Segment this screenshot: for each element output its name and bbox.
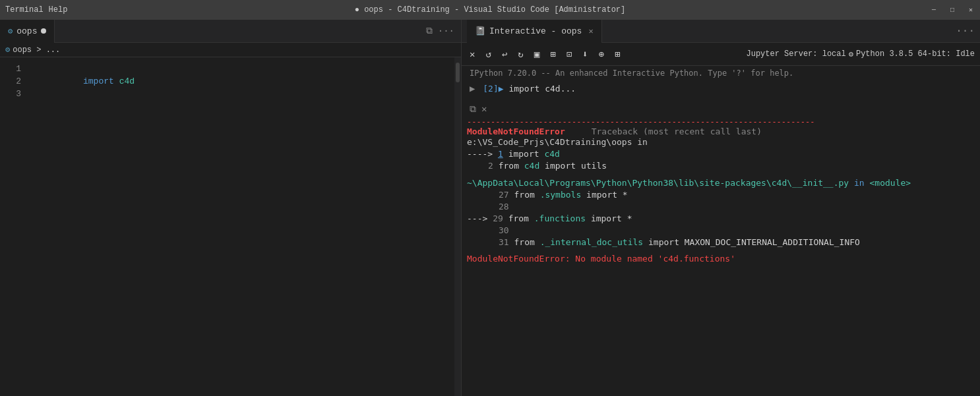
code-c4d2: c4d bbox=[524, 161, 539, 171]
breadcrumb: ⚙ oops > ... bbox=[0, 43, 461, 57]
error-line2: 2 from c4d import utils bbox=[467, 160, 975, 172]
lineno-29: 29 bbox=[493, 213, 503, 223]
jupyter-tab-more[interactable]: ··· bbox=[956, 25, 975, 37]
init-path: ~\AppData\Local\Programs\Python\Python38… bbox=[467, 178, 849, 188]
error-arrow1-line: ----> 1 import c4d bbox=[467, 148, 975, 160]
code-import4: import * bbox=[591, 213, 632, 223]
maximize-button[interactable]: □ bbox=[948, 6, 956, 14]
python-file-icon: ⚙ bbox=[8, 26, 13, 36]
split-editor-button[interactable]: ⧉ bbox=[425, 24, 434, 38]
line-number-3: 3 bbox=[0, 88, 21, 100]
arrow1: ----> bbox=[467, 149, 498, 159]
jupyter-cell-2: ▶ [2]▶ import c4d... bbox=[462, 80, 980, 97]
code-area: 1 2 3 import c4d bbox=[0, 57, 461, 396]
error-line28: 28 bbox=[467, 201, 975, 213]
interrupt-kernel-button[interactable]: ✕ bbox=[467, 47, 477, 61]
lineno-31: 31 bbox=[499, 237, 509, 247]
lineno-28: 28 bbox=[499, 202, 509, 212]
cell-collapse-icon[interactable]: ▶ bbox=[467, 82, 477, 96]
titlebar-title: ● oops - C4Dtraining - Visual Studio Cod… bbox=[355, 5, 625, 14]
error-header: ⧉ ✕ bbox=[467, 102, 975, 116]
jupyter-tabs: 📓 Interactive - oops ✕ ··· bbox=[462, 20, 980, 43]
in-label: in bbox=[854, 178, 869, 188]
keyword-import: import bbox=[83, 76, 119, 86]
code-symbols: .symbols bbox=[540, 190, 582, 200]
code-line-1: import c4d bbox=[32, 63, 449, 75]
more-actions-button[interactable]: ··· bbox=[437, 24, 456, 38]
code-from1: from bbox=[499, 161, 524, 171]
jupyter-tab-label: Interactive - oops bbox=[489, 26, 582, 36]
error-line27: 27 from .symbols import * bbox=[467, 189, 975, 201]
code-line-3 bbox=[32, 88, 449, 100]
error-line30: 30 bbox=[467, 225, 975, 237]
close-error-button[interactable]: ✕ bbox=[479, 102, 489, 116]
code-content[interactable]: import c4d bbox=[26, 57, 454, 396]
kernel-info: Python 3.8.5 64-bit: Idle bbox=[856, 49, 975, 59]
jupyter-tab-close[interactable]: ✕ bbox=[588, 26, 593, 36]
code-import: import bbox=[508, 149, 545, 159]
spacer2 bbox=[467, 248, 975, 254]
module-c4d: c4d bbox=[119, 76, 135, 86]
restart-kernel-button[interactable]: ↺ bbox=[483, 47, 493, 61]
jupyter-content[interactable]: IPython 7.20.0 -- An enhanced Interactiv… bbox=[462, 66, 980, 396]
server-label: Jupyter Server: local bbox=[747, 49, 846, 59]
code-import5: import MAXON_DOC_INTERNAL_ADDITIONAL_INF… bbox=[648, 237, 860, 247]
error-final-msg: ModuleNotFoundError: No module named 'c4… bbox=[467, 254, 975, 264]
module-label: <module> bbox=[870, 178, 911, 188]
code-from3: from bbox=[508, 213, 534, 223]
run-cell-button[interactable]: ▣ bbox=[532, 47, 542, 61]
export-button[interactable]: ⊕ bbox=[596, 47, 607, 61]
titlebar-menu: Terminal Help bbox=[5, 5, 67, 14]
lineno-2: 2 bbox=[488, 161, 493, 171]
line-numbers: 1 2 3 bbox=[0, 57, 26, 396]
jupyter-tab-icon: 📓 bbox=[475, 26, 485, 36]
undo-button[interactable]: ↩ bbox=[499, 47, 510, 61]
menu-help[interactable]: Help bbox=[49, 5, 68, 14]
line-number-2: 2 bbox=[0, 75, 21, 88]
redo-button[interactable]: ↻ bbox=[515, 47, 526, 61]
titlebar-window-controls: ─ □ ✕ bbox=[930, 6, 975, 14]
code-c4d: c4d bbox=[544, 149, 559, 159]
editor-scrollbar-thumb bbox=[456, 63, 460, 82]
code-import2: import utils bbox=[545, 161, 607, 171]
breadcrumb-icon: ⚙ bbox=[5, 45, 10, 55]
error-dashes: ----------------------------------------… bbox=[467, 117, 975, 127]
jupyter-pane: 📓 Interactive - oops ✕ ··· ✕ ↺ ↩ ↻ ▣ ⊞ ⊡… bbox=[462, 20, 980, 396]
code-functions: .functions bbox=[534, 213, 586, 223]
close-button[interactable]: ✕ bbox=[967, 6, 975, 14]
jupyter-toolbar: ✕ ↺ ↩ ↻ ▣ ⊞ ⊡ ⬇ ⊕ ⊞ Jupyter Server: loca… bbox=[462, 43, 980, 66]
editor-scrollbar[interactable] bbox=[454, 57, 461, 396]
copy-error-button[interactable]: ⧉ bbox=[467, 103, 479, 116]
scroll-to-bottom-button[interactable]: ⬇ bbox=[580, 47, 590, 61]
traceback-label: Traceback (most recent call last) bbox=[592, 127, 762, 136]
error-output: ⧉ ✕ ------------------------------------… bbox=[467, 99, 975, 266]
init-path-line: ~\AppData\Local\Programs\Python\Python38… bbox=[467, 177, 975, 189]
error-type-row: ModuleNotFoundError Traceback (most rece… bbox=[467, 127, 975, 136]
error-path: e:\VS_Code_Prjs\C4Dtraining\oops bbox=[467, 137, 632, 147]
unsaved-indicator bbox=[41, 28, 46, 34]
editor-tab-actions: ⧉ ··· bbox=[425, 24, 461, 38]
error-line31: 31 from ._internal_doc_utils import MAXO… bbox=[467, 237, 975, 248]
code-internal: ._internal_doc_utils bbox=[540, 237, 644, 247]
editor-tab-oops[interactable]: ⚙ oops bbox=[0, 20, 55, 43]
code-from2: from bbox=[514, 190, 539, 200]
clear-outputs-button[interactable]: ⊡ bbox=[564, 47, 574, 61]
server-settings-icon[interactable]: ⚙ bbox=[849, 49, 853, 59]
error-path-line: e:\VS_Code_Prjs\C4Dtraining\oops in bbox=[467, 136, 975, 148]
ipython-banner: IPython 7.20.0 -- An enhanced Interactiv… bbox=[462, 66, 980, 80]
jupyter-server-info: Jupyter Server: local ⚙ Python 3.8.5 64-… bbox=[747, 49, 975, 59]
cell-code: import c4d... bbox=[508, 84, 576, 94]
in-keyword: in bbox=[637, 137, 648, 147]
minimize-button[interactable]: ─ bbox=[930, 6, 938, 14]
error-arrow29-line: ---> 29 from .functions import * bbox=[467, 213, 975, 225]
spacer1 bbox=[467, 172, 975, 177]
run-all-button[interactable]: ⊞ bbox=[547, 47, 558, 61]
editor-tab-label: oops bbox=[16, 26, 37, 36]
error-type: ModuleNotFoundError bbox=[467, 127, 565, 136]
menu-terminal[interactable]: Terminal bbox=[5, 5, 44, 14]
lineno-1: 1 bbox=[498, 149, 503, 159]
more-options-button[interactable]: ⊞ bbox=[612, 47, 623, 61]
jupyter-tab-interactive[interactable]: 📓 Interactive - oops ✕ bbox=[467, 20, 602, 43]
editor-pane: ⚙ oops ⧉ ··· ⚙ oops > ... 1 2 3 import bbox=[0, 20, 462, 396]
line-number-1: 1 bbox=[0, 63, 21, 75]
